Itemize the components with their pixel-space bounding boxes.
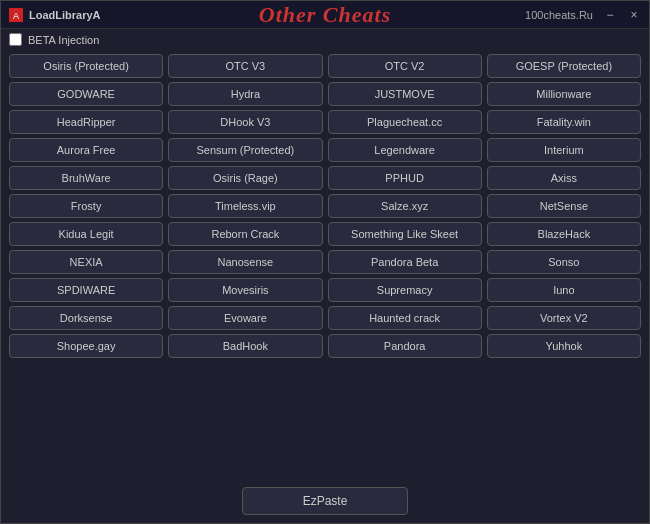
cheat-button-0-0[interactable]: Osiris (Protected): [9, 54, 163, 78]
cheat-button-6-2[interactable]: Something Like Skeet: [328, 222, 482, 246]
grid-row-5: FrostyTimeless.vipSalze.xyzNetSense: [9, 194, 641, 218]
cheat-button-1-2[interactable]: JUSTMOVE: [328, 82, 482, 106]
cheat-button-6-0[interactable]: Kidua Legit: [9, 222, 163, 246]
cheat-button-2-0[interactable]: HeadRipper: [9, 110, 163, 134]
cheat-button-7-3[interactable]: Sonso: [487, 250, 641, 274]
cheat-button-7-2[interactable]: Pandora Beta: [328, 250, 482, 274]
cheat-button-2-1[interactable]: DHook V3: [168, 110, 322, 134]
cheat-button-6-1[interactable]: Reborn Crack: [168, 222, 322, 246]
minimize-button[interactable]: −: [603, 8, 617, 22]
grid-row-9: DorksenseEvowareHaunted crackVortex V2: [9, 306, 641, 330]
site-label: 100cheats.Ru: [525, 9, 593, 21]
cheat-button-10-0[interactable]: Shopee.gay: [9, 334, 163, 358]
cheat-button-8-3[interactable]: Iuno: [487, 278, 641, 302]
cheat-button-8-2[interactable]: Supremacy: [328, 278, 482, 302]
bottom-bar: EzPaste: [1, 481, 649, 523]
cheat-button-1-1[interactable]: Hydra: [168, 82, 322, 106]
main-window: A LoadLibraryA Other Cheats 100cheats.Ru…: [0, 0, 650, 524]
cheat-button-2-3[interactable]: Fatality.win: [487, 110, 641, 134]
cheat-button-1-3[interactable]: Millionware: [487, 82, 641, 106]
beta-injection-checkbox[interactable]: [9, 33, 22, 46]
grid-row-10: Shopee.gayBadHookPandoraYuhhok: [9, 334, 641, 358]
cheat-button-8-1[interactable]: Movesiris: [168, 278, 322, 302]
grid-row-8: SPDIWAREMovesirisSupremacyIuno: [9, 278, 641, 302]
cheat-button-4-0[interactable]: BruhWare: [9, 166, 163, 190]
cheat-button-5-1[interactable]: Timeless.vip: [168, 194, 322, 218]
cheat-button-9-0[interactable]: Dorksense: [9, 306, 163, 330]
cheat-grid: Osiris (Protected)OTC V3OTC V2GOESP (Pro…: [1, 50, 649, 481]
grid-row-1: GODWAREHydraJUSTMOVEMillionware: [9, 82, 641, 106]
beta-injection-label: BETA Injection: [28, 34, 99, 46]
svg-text:A: A: [13, 11, 19, 21]
cheat-button-5-0[interactable]: Frosty: [9, 194, 163, 218]
cheat-button-9-2[interactable]: Haunted crack: [328, 306, 482, 330]
cheat-button-5-2[interactable]: Salze.xyz: [328, 194, 482, 218]
cheat-button-4-2[interactable]: PPHUD: [328, 166, 482, 190]
titlebar: A LoadLibraryA Other Cheats 100cheats.Ru…: [1, 1, 649, 29]
app-title: LoadLibraryA: [29, 9, 101, 21]
cheat-button-4-1[interactable]: Osiris (Rage): [168, 166, 322, 190]
close-button[interactable]: ×: [627, 8, 641, 22]
cheat-button-3-1[interactable]: Sensum (Protected): [168, 138, 322, 162]
grid-row-0: Osiris (Protected)OTC V3OTC V2GOESP (Pro…: [9, 54, 641, 78]
grid-row-7: NEXIANanosensePandora BetaSonso: [9, 250, 641, 274]
cheat-button-10-2[interactable]: Pandora: [328, 334, 482, 358]
cheat-button-9-1[interactable]: Evoware: [168, 306, 322, 330]
cheat-button-3-0[interactable]: Aurora Free: [9, 138, 163, 162]
cheat-button-1-0[interactable]: GODWARE: [9, 82, 163, 106]
beta-injection-row: BETA Injection: [1, 29, 649, 50]
cheat-button-8-0[interactable]: SPDIWARE: [9, 278, 163, 302]
cheat-button-7-1[interactable]: Nanosense: [168, 250, 322, 274]
titlebar-right: 100cheats.Ru − ×: [486, 8, 641, 22]
cheat-button-5-3[interactable]: NetSense: [487, 194, 641, 218]
cheat-button-4-3[interactable]: Axiss: [487, 166, 641, 190]
cheat-button-3-3[interactable]: Interium: [487, 138, 641, 162]
cheat-button-9-3[interactable]: Vortex V2: [487, 306, 641, 330]
cheat-button-0-1[interactable]: OTC V3: [168, 54, 322, 78]
cheat-button-3-2[interactable]: Legendware: [328, 138, 482, 162]
cheat-button-6-3[interactable]: BlazeHack: [487, 222, 641, 246]
grid-row-3: Aurora FreeSensum (Protected)LegendwareI…: [9, 138, 641, 162]
cheat-button-7-0[interactable]: NEXIA: [9, 250, 163, 274]
cheat-button-2-2[interactable]: Plaguecheat.cc: [328, 110, 482, 134]
grid-row-6: Kidua LegitReborn CrackSomething Like Sk…: [9, 222, 641, 246]
cheat-button-0-3[interactable]: GOESP (Protected): [487, 54, 641, 78]
ezpaste-button[interactable]: EzPaste: [242, 487, 409, 515]
grid-row-4: BruhWareOsiris (Rage)PPHUDAxiss: [9, 166, 641, 190]
cheat-button-10-1[interactable]: BadHook: [168, 334, 322, 358]
cheat-button-0-2[interactable]: OTC V2: [328, 54, 482, 78]
titlebar-left: A LoadLibraryA: [9, 8, 164, 22]
cheat-button-10-3[interactable]: Yuhhok: [487, 334, 641, 358]
titlebar-center-title: Other Cheats: [170, 2, 480, 28]
app-logo: A: [9, 8, 23, 22]
grid-row-2: HeadRipperDHook V3Plaguecheat.ccFatality…: [9, 110, 641, 134]
